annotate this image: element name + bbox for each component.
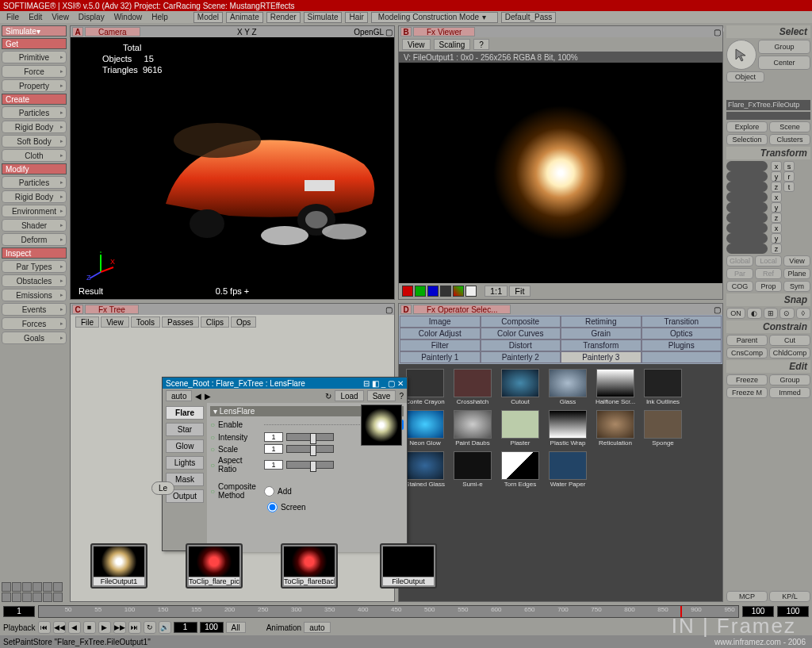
viewport-b-title[interactable]: Fx Viewer <box>413 27 475 36</box>
btn-partypes[interactable]: Par Types <box>2 260 67 273</box>
goto-end-icon[interactable]: ⏭ <box>128 621 141 634</box>
operator-item[interactable]: Conte Crayon <box>404 369 446 405</box>
scale-input[interactable] <box>264 444 283 454</box>
viewport-d-letter[interactable]: D <box>400 305 412 314</box>
arrow-left-icon[interactable]: ◀ <box>195 392 201 401</box>
transform-value[interactable] <box>726 171 768 182</box>
btn-local[interactable]: Local <box>755 255 782 266</box>
select-tool-icon[interactable] <box>726 40 756 70</box>
btn-snap-on[interactable]: ON <box>726 308 745 319</box>
btn-prop[interactable]: Prop <box>755 281 782 292</box>
swatch[interactable] <box>43 592 52 602</box>
transform-value[interactable] <box>726 182 768 192</box>
operator-item[interactable]: Ink Outlines <box>642 369 684 405</box>
snap-opt-icon[interactable]: ⊞ <box>764 308 779 319</box>
swatch[interactable] <box>53 592 63 602</box>
btn-par[interactable]: Par <box>726 268 753 279</box>
menu-help[interactable]: Help <box>148 13 171 21</box>
maximize-icon[interactable]: ▢ <box>385 28 393 36</box>
menu-window[interactable]: Window <box>111 13 146 21</box>
timeline-current[interactable]: 100 <box>742 606 774 617</box>
btn-force[interactable]: Force <box>2 65 67 78</box>
btn-parent[interactable]: Parent <box>726 335 768 346</box>
operator-item[interactable]: Plaster <box>499 410 542 447</box>
btn-emissions[interactable]: Emissions <box>2 289 67 301</box>
node-partial[interactable]: Le <box>151 481 174 495</box>
op-category[interactable]: Transition <box>642 316 722 328</box>
anim-auto[interactable]: auto <box>304 622 330 633</box>
swatch[interactable] <box>22 592 32 602</box>
operator-item[interactable]: Water Paper <box>546 451 589 488</box>
arrow-right-icon[interactable]: ▶ <box>205 392 211 401</box>
swatch[interactable] <box>2 582 11 592</box>
maximize-icon[interactable]: ▢ <box>714 28 721 36</box>
menu-view[interactable]: View <box>48 13 72 21</box>
transform-value[interactable] <box>726 213 768 223</box>
module-animate[interactable]: Animate <box>226 12 263 23</box>
viewport-a-body[interactable]: Total Objects 15 Triangles 9616 <box>71 37 394 299</box>
btn-clusters[interactable]: Clusters <box>769 134 810 145</box>
btn-freeze[interactable]: Freeze <box>726 374 768 385</box>
step-fwd-icon[interactable]: ▶▶ <box>113 621 126 634</box>
btn-deform[interactable]: Deform <box>2 233 67 246</box>
btn-mcp[interactable]: MCP <box>726 591 768 602</box>
loop-icon[interactable]: ↻ <box>144 621 156 634</box>
channel-a-icon[interactable] <box>440 286 451 297</box>
play-back-icon[interactable]: ◀ <box>68 621 81 634</box>
op-category[interactable]: Optics <box>642 328 722 339</box>
timeline-track[interactable]: 5055100150155200250300350400450500550600… <box>38 605 739 618</box>
operator-item[interactable]: Reticulation <box>594 410 637 447</box>
viewport-renderer[interactable]: OpenGL <box>354 28 384 36</box>
snap-opt-icon[interactable]: ◊ <box>796 308 811 319</box>
simulate-header[interactable]: Simulate ▾ <box>2 25 67 36</box>
btn-goals[interactable]: Goals <box>2 332 67 344</box>
btn-view[interactable]: View <box>783 255 810 266</box>
swatch[interactable] <box>12 592 21 602</box>
dlg-load[interactable]: Load <box>335 390 363 401</box>
btn-property[interactable]: Property <box>2 79 67 92</box>
dialog-controls[interactable]: ⊟ ◧ _ ▢ ✕ <box>363 379 404 388</box>
btn-selection[interactable]: Selection <box>726 134 768 145</box>
menu-display[interactable]: Display <box>75 13 108 21</box>
viewport-a-title[interactable]: Camera <box>85 27 140 36</box>
btn-obstacles[interactable]: Obstacles <box>2 274 67 287</box>
dialog-titlebar[interactable]: Scene_Root : Flare_FxTree : LensFlare ⊟ … <box>163 378 407 389</box>
construction-mode-dropdown[interactable]: Modeling Construction Mode ▾ <box>371 12 498 23</box>
fx-view-menu[interactable]: View <box>402 39 431 50</box>
btn-global[interactable]: Global <box>726 255 753 266</box>
btn-kpl[interactable]: KP/L <box>769 591 810 602</box>
axis-btn[interactable]: z <box>771 243 782 254</box>
channel-lum-icon[interactable] <box>465 286 477 297</box>
channel-g-icon[interactable] <box>415 286 426 297</box>
stop-icon[interactable]: ■ <box>83 621 96 634</box>
srt-btn[interactable]: t <box>783 182 795 192</box>
operator-item[interactable]: Halftone Scr... <box>594 369 637 405</box>
snap-opt-icon[interactable]: ⊙ <box>779 308 795 319</box>
menu-file[interactable]: File <box>3 13 22 21</box>
dlg-save[interactable]: Save <box>367 390 396 401</box>
channel-b-icon[interactable] <box>427 286 439 297</box>
op-category[interactable]: Filter <box>400 339 481 351</box>
swatch[interactable] <box>33 592 42 602</box>
btn-center[interactable]: Center <box>758 56 810 70</box>
op-category[interactable]: Color Curves <box>481 328 561 339</box>
timeline-end[interactable]: 100 <box>777 606 809 617</box>
btn-group[interactable]: Group <box>758 40 810 54</box>
fxtree-node[interactable]: ToClip_flareBack_pic <box>281 543 338 589</box>
operator-item[interactable]: Sumi-e <box>451 451 494 488</box>
fxtree-ops[interactable]: Ops <box>231 316 256 328</box>
swatch[interactable] <box>12 582 21 592</box>
btn-primitive[interactable]: Primitive <box>2 51 67 63</box>
operator-item[interactable]: Plastic Wrap <box>546 410 589 447</box>
btn-ref[interactable]: Ref <box>755 268 782 279</box>
op-category[interactable]: Image <box>400 316 481 328</box>
tab-glow[interactable]: Glow <box>166 439 204 453</box>
op-category[interactable]: Painterly 1 <box>400 351 481 363</box>
btn-cog[interactable]: COG <box>726 281 753 292</box>
op-category[interactable]: Retiming <box>561 316 642 328</box>
playhead[interactable] <box>680 606 682 617</box>
fxtree-passes[interactable]: Passes <box>162 316 199 328</box>
swatch[interactable] <box>2 592 11 602</box>
viewport-c-title[interactable]: Fx Tree <box>85 305 139 314</box>
snap-opt-icon[interactable]: ◐ <box>747 308 762 319</box>
